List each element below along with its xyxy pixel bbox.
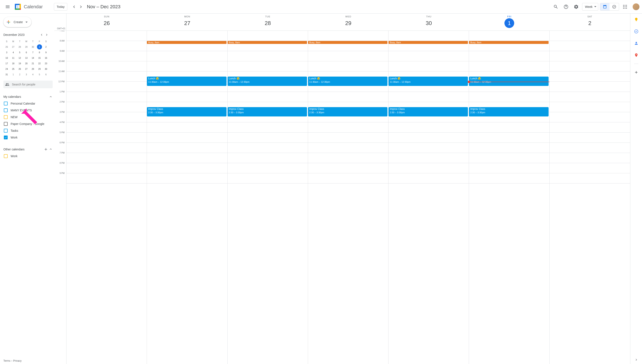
event-busy[interactable]: Busy, 8am [469, 41, 548, 44]
day-number[interactable]: 30 [424, 18, 434, 28]
event-lunch[interactable]: Lunch 😪11:30am – 12:30pm [469, 76, 548, 86]
mini-day[interactable]: 21 [30, 61, 36, 66]
day-header[interactable]: FRI1 [469, 14, 549, 30]
calendar-checkbox[interactable] [4, 129, 8, 132]
event-lunch[interactable]: Lunch 😪11:30am – 12:30pm [389, 76, 468, 86]
account-avatar[interactable] [633, 4, 639, 10]
search-people-input[interactable] [12, 83, 51, 86]
get-addons-button[interactable] [632, 68, 640, 76]
keep-addon[interactable] [632, 15, 640, 24]
calendar-item[interactable]: Work [4, 134, 53, 141]
mini-day[interactable]: 4 [30, 72, 36, 77]
event-lunch[interactable]: Lunch 😪11:30am – 12:30pm [228, 76, 307, 86]
event-lunch[interactable]: Lunch 😪11:30am – 12:30pm [147, 76, 226, 86]
tasks-addon[interactable] [632, 27, 640, 36]
my-calendars-header[interactable]: My calendars [4, 93, 53, 100]
mini-prev-month-button[interactable] [39, 32, 44, 37]
event-improv[interactable]: Improv Class2:30 – 3:30pm [228, 107, 307, 116]
calendar-item[interactable]: Personal Calendar [4, 100, 53, 107]
event-busy[interactable]: Busy, 8am [228, 41, 307, 44]
contacts-addon[interactable] [632, 39, 640, 48]
mini-day[interactable]: 24 [4, 66, 9, 72]
day-header[interactable]: SUN26 [67, 14, 147, 30]
calendar-checkbox[interactable] [4, 102, 8, 106]
mini-day[interactable]: 7 [30, 50, 36, 55]
day-header[interactable]: THU30 [389, 14, 469, 30]
settings-button[interactable] [572, 2, 580, 11]
day-number[interactable]: 29 [343, 18, 353, 28]
event-busy[interactable]: Busy, 8am [308, 41, 388, 44]
mini-day[interactable]: 29 [24, 44, 29, 50]
mini-day[interactable]: 19 [17, 61, 22, 66]
other-calendars-header[interactable]: Other calendars [4, 146, 53, 153]
calendar-checkbox[interactable] [4, 136, 8, 139]
mini-day[interactable]: 12 [17, 55, 22, 60]
mini-day[interactable]: 4 [11, 50, 16, 55]
calendar-view-toggle[interactable] [600, 3, 609, 10]
mini-day[interactable]: 2 [44, 44, 49, 50]
event-improv[interactable]: Improv Class2:30 – 3:30pm [389, 107, 468, 116]
search-button[interactable] [552, 2, 560, 11]
day-column[interactable]: Busy, 8amLunch 😪11:30am – 12:30pmImprov … [308, 31, 389, 364]
view-selector[interactable]: Week [582, 3, 598, 10]
day-header[interactable]: WED29 [308, 14, 389, 30]
mini-day[interactable]: 5 [37, 72, 42, 77]
mini-day[interactable]: 6 [24, 50, 29, 55]
mini-day[interactable]: 8 [37, 50, 42, 55]
support-button[interactable] [562, 2, 570, 11]
calendar-item[interactable]: Work [4, 153, 53, 160]
day-number[interactable]: 28 [263, 18, 273, 28]
day-column[interactable]: Busy, 8amLunch 😪11:30am – 12:30pmImprov … [469, 31, 549, 364]
mini-day[interactable]: 29 [37, 66, 42, 72]
event-improv[interactable]: Improv Class2:30 – 3:30pm [469, 107, 548, 116]
mini-day[interactable]: 1 [37, 44, 42, 50]
mini-day[interactable]: 17 [4, 61, 9, 66]
mini-day[interactable]: 5 [17, 50, 22, 55]
maps-addon[interactable] [632, 51, 640, 60]
prev-week-button[interactable] [71, 4, 78, 10]
day-column[interactable]: Busy, 8amLunch 😪11:30am – 12:30pmImprov … [389, 31, 469, 364]
mini-day[interactable]: 20 [24, 61, 29, 66]
mini-day[interactable]: 11 [11, 55, 16, 60]
mini-day[interactable]: 28 [17, 44, 22, 50]
day-number[interactable]: 26 [102, 18, 112, 28]
day-header[interactable]: MON27 [147, 14, 227, 30]
mini-day[interactable]: 18 [11, 61, 16, 66]
tasks-view-toggle[interactable] [609, 3, 619, 10]
calendar-logo[interactable]: 1 Calendar [13, 2, 43, 11]
mini-day[interactable]: 23 [44, 61, 49, 66]
calendar-item[interactable]: MANY EVENTS [4, 107, 53, 114]
event-lunch[interactable]: Lunch 😪11:30am – 12:30pm [308, 76, 388, 86]
calendar-checkbox[interactable] [4, 122, 8, 126]
day-column[interactable]: Busy, 8amLunch 😪11:30am – 12:30pmImprov … [228, 31, 308, 364]
day-header[interactable]: TUE28 [228, 14, 308, 30]
mini-day[interactable]: 27 [24, 66, 29, 72]
mini-day[interactable]: 16 [44, 55, 49, 60]
create-button[interactable]: Create [4, 17, 32, 27]
day-header[interactable]: SAT2 [550, 14, 630, 30]
terms-link[interactable]: Terms [4, 359, 11, 362]
day-column[interactable] [67, 31, 147, 364]
mini-day[interactable]: 22 [37, 61, 42, 66]
event-busy[interactable]: Busy, 8am [389, 41, 468, 44]
mini-day[interactable]: 30 [44, 66, 49, 72]
mini-next-month-button[interactable] [44, 32, 49, 37]
mini-day[interactable]: 10 [4, 55, 9, 60]
mini-day[interactable]: 2 [17, 72, 22, 77]
mini-day[interactable]: 6 [44, 72, 49, 77]
google-apps-button[interactable] [621, 2, 629, 11]
plus-icon[interactable] [44, 147, 48, 152]
day-column[interactable] [550, 31, 630, 364]
event-improv[interactable]: Improv Class2:30 – 3:30pm [147, 107, 226, 116]
calendar-checkbox[interactable] [4, 108, 8, 112]
mini-day[interactable]: 14 [30, 55, 36, 60]
calendar-checkbox[interactable] [4, 115, 8, 119]
mini-day[interactable]: 1 [11, 72, 16, 77]
privacy-link[interactable]: Privacy [13, 359, 22, 362]
calendar-item[interactable]: NEW [4, 114, 53, 120]
mini-day[interactable]: 3 [24, 72, 29, 77]
day-number[interactable]: 27 [182, 18, 192, 28]
mini-day[interactable]: 15 [37, 55, 42, 60]
mini-day[interactable]: 9 [44, 50, 49, 55]
mini-day[interactable]: 25 [11, 66, 16, 72]
